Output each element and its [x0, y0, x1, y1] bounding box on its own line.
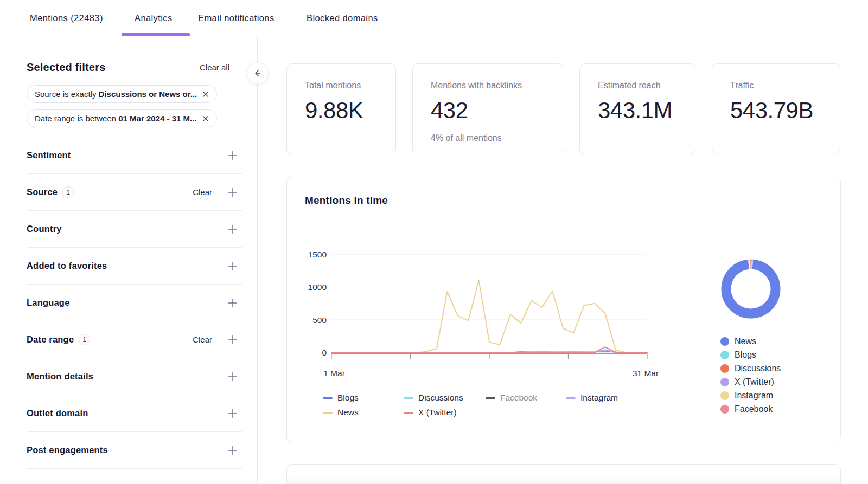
- legend-dot-marker: [720, 405, 729, 414]
- svg-text:0: 0: [322, 348, 327, 357]
- legend-label: Instagram: [735, 391, 773, 401]
- expand-section-icon[interactable]: [227, 188, 237, 197]
- filter-section-date-range: Date range1Clear: [27, 321, 242, 358]
- svg-text:500: 500: [312, 315, 327, 325]
- collapse-sidebar-button[interactable]: [247, 62, 269, 84]
- analytics-main: Total mentions9.88KMentions with backlin…: [258, 36, 868, 484]
- legend-label: Facebook: [735, 404, 773, 414]
- tab-bar: Mentions (22483)AnalyticsEmail notificat…: [0, 0, 868, 36]
- section-label: Country: [27, 224, 62, 234]
- donut-legend-item-x-twitter[interactable]: X (Twitter): [720, 375, 781, 389]
- legend-dot-marker: [720, 337, 729, 346]
- expand-section-icon[interactable]: [227, 409, 237, 418]
- legend-line-marker: [404, 397, 413, 399]
- mentions-line-chart: 0500100015001 Mar31 Mar: [287, 223, 667, 386]
- tab-mentions[interactable]: Mentions (22483): [30, 0, 103, 36]
- remove-filter-icon[interactable]: [202, 91, 209, 98]
- legend-line-marker: [323, 412, 333, 414]
- donut-legend-item-facebook[interactable]: Facebook: [720, 402, 781, 416]
- section-label: Mention details: [27, 371, 93, 382]
- stat-card-mentions-with-backlinks: Mentions with backlinks4324% of all ment…: [412, 63, 563, 154]
- stat-card-total-mentions: Total mentions9.88K: [286, 63, 396, 154]
- expand-section-icon[interactable]: [227, 261, 237, 271]
- legend-label: Discussions: [418, 393, 463, 403]
- section-label: Sentiment: [27, 150, 71, 160]
- legend-label: Blogs: [337, 393, 359, 403]
- legend-item-x-twitter[interactable]: X (Twitter): [404, 408, 486, 417]
- legend-label: X (Twitter): [418, 408, 457, 417]
- legend-dot-marker: [720, 378, 729, 386]
- svg-text:1500: 1500: [308, 250, 327, 259]
- legend-line-marker: [404, 412, 413, 414]
- donut-panel: NewsBlogsDiscussionsX (Twitter)Instagram…: [667, 223, 840, 442]
- legend-item-news[interactable]: News: [323, 408, 404, 417]
- stat-label: Mentions with backlinks: [431, 80, 552, 91]
- filter-chip[interactable]: Date range is between 01 Mar 2024 - 31 M…: [27, 109, 217, 127]
- stat-value: 543.79B: [730, 98, 829, 123]
- expand-section-icon[interactable]: [227, 335, 237, 345]
- section-label: Language: [27, 298, 70, 308]
- filter-section-language: Language: [27, 285, 242, 321]
- stat-value: 9.88K: [305, 98, 385, 123]
- chip-value: 01 Mar 2024 - 31 M...: [118, 114, 196, 123]
- section-count-badge: 1: [79, 334, 90, 345]
- stat-label: Traffic: [730, 80, 829, 91]
- mentions-in-time-card: Mentions in time 0500100015001 Mar31 Mar…: [286, 177, 841, 442]
- section-label: Outlet domain: [27, 408, 88, 418]
- filter-section-sentiment: Sentiment: [27, 137, 242, 174]
- donut-legend-item-instagram[interactable]: Instagram: [720, 389, 781, 402]
- stat-card-traffic: Traffic543.79B: [712, 63, 840, 154]
- legend-item-discussions[interactable]: Discussions: [404, 393, 486, 403]
- filter-section-mention-details: Mention details: [27, 358, 242, 395]
- stat-subtext: 4% of all mentions: [431, 133, 552, 143]
- legend-label: Blogs: [735, 350, 756, 360]
- expand-section-icon[interactable]: [227, 224, 237, 234]
- filter-chip[interactable]: Source is exactly Discussions or News or…: [27, 85, 217, 103]
- legend-label: Instagram: [580, 393, 618, 403]
- tab-blocked-domains[interactable]: Blocked domains: [307, 0, 378, 36]
- section-label: Source: [27, 187, 58, 197]
- filter-section-outlet-domain: Outlet domain: [27, 395, 242, 432]
- legend-label: Discussions: [735, 364, 781, 373]
- expand-section-icon[interactable]: [227, 151, 237, 160]
- stat-label: Total mentions: [305, 80, 385, 91]
- donut-legend-item-news[interactable]: News: [720, 334, 781, 348]
- filter-section-country: Country: [27, 211, 242, 248]
- section-clear-button[interactable]: Clear: [193, 335, 212, 344]
- line-chart-panel: 0500100015001 Mar31 Mar BlogsDiscussions…: [287, 223, 667, 442]
- legend-line-marker: [323, 397, 333, 399]
- filters-sidebar: Selected filters Clear all Source is exa…: [0, 36, 258, 484]
- legend-line-marker: [486, 397, 495, 399]
- stat-label: Estimated reach: [598, 80, 684, 91]
- donut-legend-item-blogs[interactable]: Blogs: [720, 348, 781, 362]
- legend-item-instagram[interactable]: Instagram: [566, 393, 618, 403]
- section-clear-button[interactable]: Clear: [193, 188, 212, 197]
- section-label: Date range: [27, 334, 74, 345]
- remove-filter-icon[interactable]: [202, 115, 209, 122]
- legend-label: Facebook: [500, 393, 537, 403]
- tab-email-notifications[interactable]: Email notifications: [198, 0, 275, 36]
- legend-item-blogs[interactable]: Blogs: [323, 393, 404, 403]
- expand-section-icon[interactable]: [227, 372, 237, 382]
- selected-filters-title: Selected filters: [27, 61, 106, 74]
- filter-section-added-to-favorites: Added to favorites: [27, 248, 242, 285]
- expand-section-icon[interactable]: [227, 446, 237, 455]
- legend-item-facebook[interactable]: Facebook: [486, 393, 566, 403]
- sources-donut-chart: [718, 256, 783, 321]
- filter-section-source: Source1Clear: [27, 174, 242, 211]
- line-chart-legend: BlogsDiscussionsFacebookInstagramNewsX (…: [323, 393, 618, 417]
- section-count-badge: 1: [62, 186, 74, 198]
- filter-sections: SentimentSource1ClearCountryAdded to fav…: [27, 137, 242, 469]
- chip-value: Discussions or News or...: [99, 89, 197, 99]
- legend-dot-marker: [720, 351, 729, 359]
- donut-legend: NewsBlogsDiscussionsX (Twitter)Instagram…: [720, 334, 781, 416]
- donut-legend-item-discussions[interactable]: Discussions: [720, 362, 781, 375]
- legend-label: X (Twitter): [735, 377, 774, 387]
- expand-section-icon[interactable]: [227, 298, 237, 308]
- next-section-card: [286, 464, 841, 484]
- svg-text:1 Mar: 1 Mar: [323, 369, 345, 378]
- clear-all-button[interactable]: Clear all: [200, 63, 229, 72]
- chart-card-title: Mentions in time: [287, 177, 840, 223]
- svg-text:1000: 1000: [308, 282, 327, 292]
- tab-analytics[interactable]: Analytics: [135, 0, 173, 36]
